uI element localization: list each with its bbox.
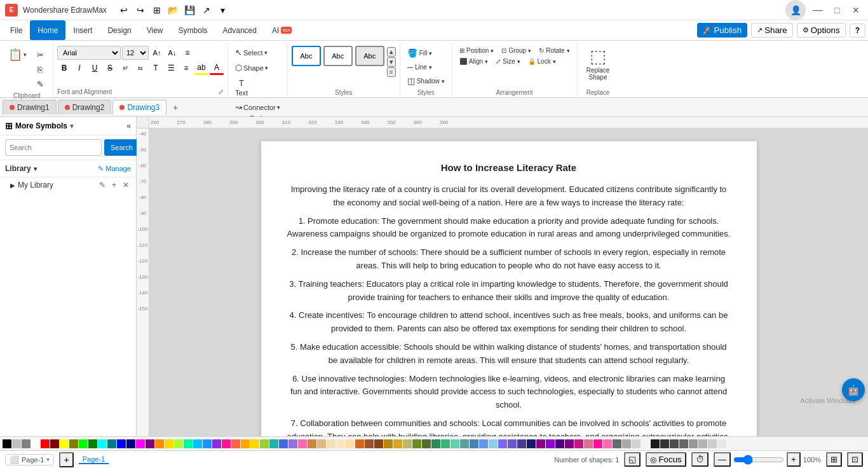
focus-button[interactable]: ◎ Focus bbox=[646, 452, 686, 467]
style-card-3[interactable]: Abc bbox=[355, 46, 384, 66]
color-swatch[interactable] bbox=[708, 439, 717, 448]
color-swatch[interactable] bbox=[260, 439, 269, 448]
layers-button[interactable]: ◱ bbox=[624, 452, 641, 467]
menu-item-ai[interactable]: AI hot bbox=[264, 20, 299, 40]
color-swatch[interactable] bbox=[98, 439, 107, 448]
color-swatch[interactable] bbox=[670, 439, 679, 448]
redo-button[interactable]: ↪ bbox=[133, 3, 147, 17]
group-button[interactable]: ⊡Group▾ bbox=[498, 46, 534, 55]
color-swatch[interactable] bbox=[622, 439, 631, 448]
color-swatch[interactable] bbox=[22, 439, 31, 448]
color-swatch[interactable] bbox=[155, 439, 164, 448]
font-expand-button[interactable]: ⤢ bbox=[218, 88, 224, 96]
color-swatch[interactable] bbox=[31, 439, 40, 448]
page-selector[interactable]: ⬜ Page-1 ▾ bbox=[5, 454, 54, 465]
color-swatch[interactable] bbox=[288, 439, 297, 448]
color-swatch[interactable] bbox=[689, 439, 698, 448]
underline-button[interactable]: U bbox=[88, 61, 102, 75]
bold-button[interactable]: B bbox=[57, 61, 71, 75]
color-swatch[interactable] bbox=[603, 439, 612, 448]
color-swatch[interactable] bbox=[126, 439, 135, 448]
new-button[interactable]: ⊞ bbox=[150, 3, 164, 17]
connector-button[interactable]: ↝ Connector ▾ bbox=[232, 100, 283, 114]
color-swatch[interactable] bbox=[698, 439, 707, 448]
color-swatch[interactable] bbox=[555, 439, 564, 448]
color-swatch[interactable] bbox=[498, 439, 507, 448]
grid-button[interactable]: ⊡ bbox=[847, 452, 863, 467]
color-swatch[interactable] bbox=[241, 439, 250, 448]
save-button[interactable]: 💾 bbox=[183, 3, 197, 17]
my-library-close-button[interactable]: ✕ bbox=[121, 180, 131, 190]
library-manage-button[interactable]: ✎ Manage bbox=[98, 165, 131, 173]
bullet-list-button[interactable]: ≡ bbox=[179, 61, 193, 75]
menu-item-design[interactable]: Design bbox=[100, 20, 139, 40]
select-button[interactable]: ↖ Select ▾ bbox=[232, 46, 271, 59]
rotate-button[interactable]: ↻Rotate▾ bbox=[536, 46, 573, 55]
color-swatch[interactable] bbox=[460, 439, 469, 448]
undo-button[interactable]: ↩ bbox=[117, 3, 131, 17]
style-card-2[interactable]: Abc bbox=[323, 46, 353, 66]
color-swatch[interactable] bbox=[50, 439, 59, 448]
color-swatch[interactable] bbox=[365, 439, 374, 448]
color-swatch[interactable] bbox=[403, 439, 412, 448]
my-library-label[interactable]: ▶ My Library bbox=[10, 181, 53, 189]
help-button[interactable]: ? bbox=[850, 24, 865, 38]
menu-item-symbols[interactable]: Symbols bbox=[171, 20, 215, 40]
publish-button[interactable]: 🚀 Publish bbox=[697, 23, 747, 38]
styles-up-button[interactable]: ▲ bbox=[387, 47, 396, 57]
color-swatch[interactable] bbox=[565, 439, 574, 448]
menu-item-advanced[interactable]: Advanced bbox=[215, 20, 264, 40]
color-swatch[interactable] bbox=[308, 439, 316, 448]
color-swatch[interactable] bbox=[184, 439, 193, 448]
align-button[interactable]: ⬛Align▾ bbox=[456, 57, 491, 66]
color-swatch[interactable] bbox=[346, 439, 355, 448]
menu-item-view[interactable]: View bbox=[139, 20, 171, 40]
canvas[interactable]: How to Increase Literacy Rate Improving … bbox=[149, 128, 868, 436]
fill-button[interactable]: 🪣 Fill ▾ bbox=[404, 47, 448, 59]
shadow-button[interactable]: ◫ Shadow ▾ bbox=[404, 75, 448, 87]
color-swatch[interactable] bbox=[660, 439, 669, 448]
color-swatch[interactable] bbox=[517, 439, 526, 448]
color-swatch[interactable] bbox=[584, 439, 593, 448]
more-button[interactable]: ▾ bbox=[216, 3, 230, 17]
color-swatch[interactable] bbox=[451, 439, 459, 448]
styles-down-button[interactable]: ▼ bbox=[387, 57, 396, 67]
search-input[interactable] bbox=[5, 139, 102, 156]
zoom-in-button[interactable]: + bbox=[787, 452, 801, 467]
cut-button[interactable]: ✂ bbox=[31, 48, 49, 62]
color-swatch[interactable] bbox=[441, 439, 450, 448]
font-color-button[interactable]: A bbox=[210, 61, 224, 75]
color-swatch[interactable] bbox=[317, 439, 326, 448]
close-button[interactable]: ✕ bbox=[849, 3, 863, 17]
tab-drawing2[interactable]: Drawing2 bbox=[58, 100, 112, 114]
color-swatch[interactable] bbox=[79, 439, 88, 448]
color-swatch[interactable] bbox=[574, 439, 583, 448]
color-swatch[interactable] bbox=[593, 439, 602, 448]
paste-button[interactable]: 📋▾ bbox=[5, 46, 30, 64]
color-swatch[interactable] bbox=[212, 439, 221, 448]
color-swatch[interactable] bbox=[231, 439, 240, 448]
zoom-slider[interactable] bbox=[733, 455, 784, 465]
color-swatch[interactable] bbox=[632, 439, 641, 448]
color-swatch[interactable] bbox=[384, 439, 393, 448]
minimize-button[interactable]: — bbox=[811, 3, 825, 17]
color-swatch[interactable] bbox=[107, 439, 116, 448]
color-swatch[interactable] bbox=[422, 439, 431, 448]
color-swatch[interactable] bbox=[470, 439, 478, 448]
ai-assistant-button[interactable]: 🤖 bbox=[842, 378, 865, 401]
color-swatch[interactable] bbox=[279, 439, 288, 448]
fit-page-button[interactable]: ⊞ bbox=[826, 452, 842, 467]
color-swatch[interactable] bbox=[508, 439, 517, 448]
color-swatch[interactable] bbox=[431, 439, 440, 448]
color-swatch[interactable] bbox=[641, 439, 650, 448]
maximize-button[interactable]: □ bbox=[830, 3, 844, 17]
share-button[interactable]: ↗ Share bbox=[751, 23, 793, 38]
paragraph-align-button[interactable]: ≡ bbox=[180, 46, 194, 60]
position-button[interactable]: ⊞Position▾ bbox=[456, 46, 498, 55]
color-swatch[interactable] bbox=[336, 439, 345, 448]
superscript-button[interactable]: x² bbox=[118, 61, 132, 75]
color-swatch[interactable] bbox=[12, 439, 21, 448]
my-library-edit-button[interactable]: ✎ bbox=[97, 180, 107, 190]
color-swatch[interactable] bbox=[250, 439, 259, 448]
color-swatch[interactable] bbox=[412, 439, 421, 448]
